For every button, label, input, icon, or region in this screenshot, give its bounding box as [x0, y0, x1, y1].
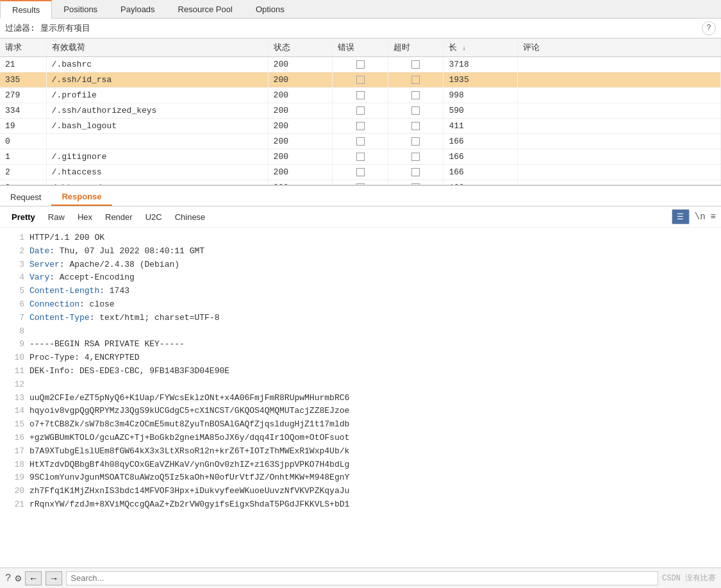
help-icon[interactable]: ? [5, 573, 12, 584]
cell-timeout [388, 119, 443, 134]
line-content: o7+7tCB8Zk/sW7b8c3m4CzOCmE5mut8ZyuTnBOSA… [29, 418, 715, 432]
cell-payload: /.bash_logout [46, 119, 268, 134]
table-row[interactable]: 334 /.ssh/authorized_keys 200 590 [0, 103, 721, 119]
tab-payloads[interactable]: Payloads [109, 0, 166, 18]
line-number: 14 [6, 405, 24, 418]
cell-status: 200 [268, 134, 333, 149]
line-content: b7A9XTubgElslUEm8fGW64kX3x3LtXRsoR12n+kr… [29, 445, 715, 458]
response-line: 16+gzWGBUmKTOLO/gcuAZC+Tj+BoGkb2gneiMA85… [6, 432, 715, 445]
format-icon-table[interactable]: ☰ [672, 209, 690, 224]
line-content: Content-Length: 1743 [29, 285, 715, 298]
format-icon-menu[interactable]: ≡ [711, 212, 716, 222]
line-number: 11 [6, 365, 24, 378]
tab-response[interactable]: Response [51, 189, 112, 206]
cell-length: 411 [443, 119, 517, 134]
line-text: Proc-Type: 4,ENCRYPTED [29, 353, 140, 362]
col-header-timeout[interactable]: 超时 [388, 38, 443, 57]
line-number: 12 [6, 378, 24, 392]
cell-num: 334 [0, 103, 46, 119]
line-content: Date: Thu, 07 Jul 2022 08:40:11 GMT [29, 245, 715, 258]
col-header-length[interactable]: 长 ↓ [443, 38, 517, 57]
col-header-status[interactable]: 状态 [268, 38, 333, 57]
line-text: : Thu, 07 Jul 2022 08:40:11 GMT [49, 246, 204, 256]
format-tab-pretty[interactable]: Pretty [5, 210, 42, 224]
line-number: 7 [6, 312, 24, 325]
cell-payload: /.gitignore [46, 149, 268, 165]
format-icons: ☰ \n ≡ [672, 209, 716, 224]
table-row[interactable]: 279 /.profile 200 998 [0, 88, 721, 103]
col-header-num[interactable]: 请求 [0, 38, 46, 57]
cell-num: 0 [0, 134, 46, 149]
forward-button[interactable]: → [46, 571, 62, 585]
cell-timeout [388, 134, 443, 149]
line-content: Content-Type: text/html; charset=UTF-8 [29, 312, 715, 325]
cell-status: 200 [268, 165, 333, 180]
top-tabs: Results Positions Payloads Resource Pool… [0, 0, 721, 19]
tab-results[interactable]: Results [0, 0, 52, 19]
response-line: 18HtXTzdvDQBbgBf4h08qyCOxGEaVZHKaV/ynGnO… [6, 458, 715, 472]
cell-error [333, 134, 388, 149]
cell-comment [517, 57, 720, 72]
response-line: 15o7+7tCB8Zk/sW7b8c3m4CzOCmE5mut8ZyuTnBO… [6, 418, 715, 432]
col-header-payload[interactable]: 有效载荷 [46, 38, 268, 57]
format-tab-chinese[interactable]: Chinese [169, 210, 212, 224]
cell-status: 200 [268, 103, 333, 119]
cell-error [333, 57, 388, 72]
cell-payload: /.htpasswd [46, 180, 268, 187]
tab-options[interactable]: Options [244, 0, 296, 18]
line-content: Connection: close [29, 298, 715, 312]
settings-icon[interactable]: ⚙ [15, 572, 22, 585]
line-content: Vary: Accept-Encoding [29, 271, 715, 285]
watermark: CSDN 没有比赛 [662, 573, 716, 584]
line-text: DEK-Info: DES-EDE3-CBC, 9FB14B3F3D04E90E [29, 366, 229, 376]
line-number: 1 [6, 231, 24, 245]
cell-payload: /.bashrc [46, 57, 268, 72]
line-content: 9SClomYunvJgunMSOATC8uAWzoQ5Iz5kaOh+N0of… [29, 471, 715, 485]
line-content: zh7Ffq1K1MjZHxnIS3bdc14MFVOF3Hpx+iDukvyf… [29, 485, 715, 498]
response-line: 10Proc-Type: 4,ENCRYPTED [6, 351, 715, 365]
table-row[interactable]: 3 /.htpasswd 200 166 [0, 180, 721, 187]
search-input[interactable] [66, 571, 658, 585]
line-text: +gzWGBUmKTOLO/gcuAZC+Tj+BoGkb2gneiMA85oJ… [29, 433, 349, 442]
table-row[interactable]: 21 /.bashrc 200 3718 [0, 57, 721, 72]
tab-request[interactable]: Request [0, 189, 51, 206]
line-number: 18 [6, 458, 24, 472]
response-line: 9-----BEGIN RSA PRIVATE KEY----- [6, 338, 715, 351]
cell-status: 200 [268, 119, 333, 134]
table-row[interactable]: 335 /.ssh/id_rsa 200 1935 [0, 72, 721, 88]
tab-resource-pool[interactable]: Resource Pool [167, 0, 244, 18]
line-text: : text/html; charset=UTF-8 [90, 313, 220, 323]
table-row[interactable]: 1 /.gitignore 200 166 [0, 149, 721, 165]
line-content [29, 378, 715, 392]
line-text: hqyoiv8vgpQgQRPYMzJ3QgS9kUCGdgC5+cX1NCST… [29, 406, 349, 416]
cell-payload: /.ssh/authorized_keys [46, 103, 268, 119]
line-text: b7A9XTubgElslUEm8fGW64kX3x3LtXRsoR12n+kr… [29, 446, 349, 456]
format-icon-newline[interactable]: \n [695, 212, 706, 222]
line-number: 13 [6, 392, 24, 405]
table-row[interactable]: 0 200 166 [0, 134, 721, 149]
filter-help-button[interactable]: ? [702, 21, 716, 35]
tab-positions[interactable]: Positions [52, 0, 109, 18]
response-line: 14hqyoiv8vgpQgQRPYMzJ3QgS9kUCGdgC5+cX1NC… [6, 405, 715, 418]
format-tab-hex[interactable]: Hex [71, 210, 99, 224]
cell-length: 166 [443, 134, 517, 149]
col-header-error[interactable]: 错误 [333, 38, 388, 57]
req-resp-tabs: Request Response [0, 186, 721, 206]
format-tab-u2c[interactable]: U2C [139, 210, 169, 224]
cell-length: 166 [443, 180, 517, 187]
cell-status: 200 [268, 72, 333, 88]
cell-error [333, 149, 388, 165]
cell-payload: /.htaccess [46, 165, 268, 180]
col-header-comment[interactable]: 评论 [517, 38, 720, 57]
table-row[interactable]: 19 /.bash_logout 200 411 [0, 119, 721, 134]
line-content: HTTP/1.1 200 OK [29, 231, 715, 245]
response-line: 12 [6, 378, 715, 392]
format-tab-render[interactable]: Render [99, 210, 139, 224]
line-number: 17 [6, 445, 24, 458]
line-number: 15 [6, 418, 24, 432]
cell-length: 1935 [443, 72, 517, 88]
format-tab-raw[interactable]: Raw [42, 210, 71, 224]
table-row[interactable]: 2 /.htaccess 200 166 [0, 165, 721, 180]
back-button[interactable]: ← [25, 571, 42, 585]
cell-timeout [388, 103, 443, 119]
